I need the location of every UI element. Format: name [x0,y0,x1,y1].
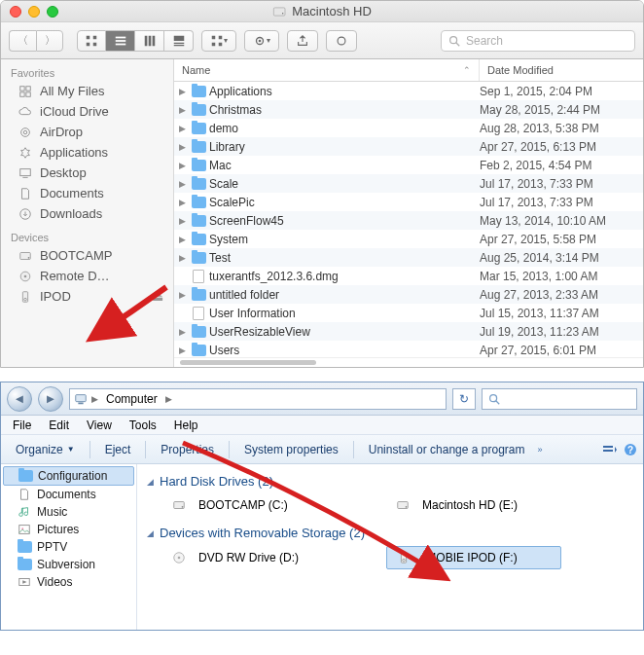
sidebar-section-favorites: Favorites [1,59,173,81]
desktop-icon [17,165,33,180]
all-files-icon [17,84,33,98]
column-header-name[interactable]: Name⌃ [174,59,480,81]
file-row[interactable]: ▶LibraryApr 27, 2015, 6:13 PM [174,137,643,156]
file-row[interactable]: ▶ScalePicJul 17, 2013, 7:33 PM [174,193,643,211]
file-row[interactable]: ▶ChristmasMay 28, 2015, 2:44 PM [174,100,643,119]
titlebar[interactable]: Macintosh HD [1,1,643,22]
disclosure-triangle-icon[interactable]: ▶ [174,235,190,244]
tree-item-configuration[interactable]: Configuration [3,466,134,486]
help-icon[interactable]: ? [624,443,637,456]
arrange-button[interactable]: ▾ [201,30,236,52]
menubar: FileEditViewToolsHelp [1,416,643,435]
maximize-icon[interactable] [47,6,58,18]
sidebar-device-bootcamp[interactable]: BOOTCAMP [1,245,173,266]
file-date: Sep 1, 2015, 2:04 PM [476,85,643,98]
disclosure-triangle-icon[interactable]: ▶ [174,124,190,133]
chevron-right-icon[interactable]: ▶ [91,394,98,404]
menu-edit[interactable]: Edit [41,418,77,433]
folder-icon [192,326,206,338]
disclosure-triangle-icon[interactable]: ▶ [174,198,190,207]
tree-item-videos[interactable]: Videos [1,573,136,591]
file-row[interactable]: ▶demoAug 28, 2013, 5:38 PM [174,119,643,137]
file-date: May 28, 2015, 2:44 PM [476,103,643,117]
close-icon[interactable] [10,6,21,18]
organize-button[interactable]: Organize ▼ [7,440,84,459]
action-button[interactable]: ▾ [244,30,279,52]
column-header-date[interactable]: Date Modified [480,59,643,81]
menu-help[interactable]: Help [166,418,206,433]
tree-item-pptv[interactable]: PPTV [1,538,136,556]
view-coverflow-button[interactable] [164,30,194,52]
video-icon [17,575,32,589]
disclosure-triangle-icon[interactable]: ▶ [174,87,190,96]
forward-button[interactable]: 〉 [36,30,63,52]
address-bar[interactable]: ▶ Computer ▶ [69,388,447,410]
horizontal-scrollbar[interactable] [174,357,643,367]
file-row[interactable]: ▶UserResizableViewJul 19, 2013, 11:23 AM [174,322,643,341]
tag-icon [335,34,348,48]
menu-file[interactable]: File [5,418,39,433]
view-icon-button[interactable] [77,30,106,52]
airdrop-icon [17,125,33,139]
disclosure-triangle-icon[interactable]: ▶ [174,216,190,226]
disclosure-triangle-icon[interactable]: ▶ [174,105,190,115]
minimize-icon[interactable] [28,6,40,18]
view-column-button[interactable] [135,30,164,52]
back-button[interactable]: ◄ [7,386,32,412]
disclosure-triangle-icon[interactable]: ▶ [174,161,190,170]
file-row[interactable]: ▶TestAug 25, 2014, 3:14 PM [174,248,643,267]
file-row[interactable]: User InformationJul 15, 2013, 11:37 AM [174,304,643,322]
file-date: Apr 27, 2015, 6:13 PM [476,140,643,154]
forward-button[interactable]: ► [38,386,63,412]
disclosure-triangle-icon[interactable]: ▶ [174,142,190,152]
folder-icon [192,104,206,116]
sidebar-item-label: BOOTCAMP [40,248,112,263]
tree-item-label: Configuration [38,469,107,483]
view-options-icon[interactable] [602,443,618,456]
eject-button[interactable]: Eject [96,440,140,459]
file-row[interactable]: ▶MacFeb 2, 2015, 4:54 PM [174,156,643,174]
back-button[interactable]: 〈 [9,30,36,52]
search-input[interactable]: Search [441,30,635,52]
file-row[interactable]: ▶UsersApr 27, 2015, 6:01 PM [174,341,643,357]
svg-rect-5 [93,42,97,46]
sidebar-item-airdrop[interactable]: AirDrop [1,122,173,142]
sidebar-item-all-files[interactable]: All My Files [1,81,173,101]
tree-item-subversion[interactable]: Subversion [1,556,136,573]
menu-view[interactable]: View [79,418,120,433]
chevron-right-icon[interactable]: ▶ [165,394,172,404]
file-row[interactable]: ▶ScreenFlow45May 13, 2014, 10:10 AM [174,211,643,230]
tree-item-pictures[interactable]: Pictures [1,521,136,538]
svg-point-1 [282,13,283,14]
folder-icon [192,289,206,301]
sidebar-item-icloud[interactable]: iCloud Drive [1,101,173,122]
menu-tools[interactable]: Tools [122,418,164,433]
file-row[interactable]: tuxerantfs_2012.3.6.dmgMar 15, 2013, 1:0… [174,267,643,285]
view-list-button[interactable] [106,30,135,52]
disclosure-triangle-icon[interactable]: ▶ [174,327,190,337]
svg-rect-10 [148,35,151,46]
disclosure-triangle-icon[interactable]: ▶ [174,290,190,300]
disclosure-triangle-icon[interactable]: ▶ [174,346,190,355]
share-button[interactable] [287,30,318,52]
disclosure-triangle-icon[interactable]: ▶ [174,253,190,263]
folder-icon [192,123,206,134]
sidebar-item-downloads[interactable]: Downloads [1,203,173,224]
search-input[interactable] [482,388,637,410]
file-date: Apr 27, 2015, 6:01 PM [476,344,643,357]
file-row[interactable]: ▶ApplicationsSep 1, 2015, 2:04 PM [174,82,643,100]
file-row[interactable]: ▶ScaleJul 17, 2013, 7:33 PM [174,174,643,193]
disclosure-triangle-icon[interactable]: ▶ [174,179,190,189]
tree-item-documents[interactable]: Documents [1,486,136,503]
tree-item-music[interactable]: Music [1,503,136,521]
sidebar-item-applications[interactable]: Applications [1,142,173,163]
file-row[interactable]: ▶SystemApr 27, 2015, 5:58 PM [174,230,643,248]
sidebar-item-documents[interactable]: Documents [1,183,173,203]
refresh-button[interactable]: ↻ [452,388,476,410]
svg-rect-25 [25,86,29,90]
sidebar-item-label: Desktop [40,165,87,180]
file-row[interactable]: ▶untitled folderAug 27, 2013, 2:33 AM [174,285,643,304]
tags-button[interactable] [326,30,357,52]
breadcrumb-computer[interactable]: Computer [102,389,161,409]
sidebar-item-desktop[interactable]: Desktop [1,163,173,183]
